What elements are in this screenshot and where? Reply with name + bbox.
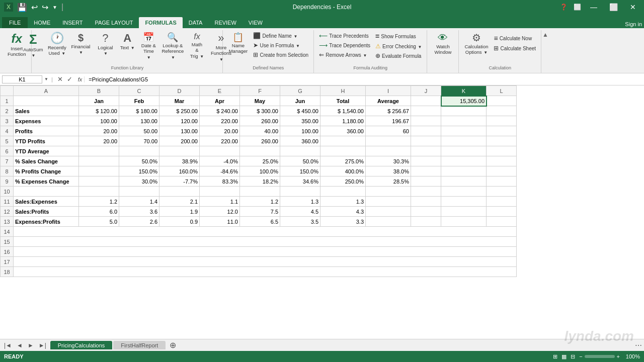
cell-D3[interactable]: 120.00 <box>159 116 200 126</box>
cell-I11[interactable] <box>366 197 411 207</box>
zoom-level[interactable]: 100% <box>622 353 640 359</box>
cell-D5[interactable]: 200.00 <box>159 136 200 146</box>
cell-K6[interactable] <box>441 146 487 156</box>
sign-in-link[interactable]: Sign in <box>625 21 642 27</box>
tab-review[interactable]: REVIEW <box>208 17 242 28</box>
row-header-5[interactable]: 5 <box>1 136 14 146</box>
cell-F12[interactable]: 7.5 <box>240 207 280 217</box>
col-header-A[interactable]: A <box>14 86 79 96</box>
text-button[interactable]: A Text ▼ <box>117 31 137 52</box>
cell-A16[interactable] <box>14 247 517 257</box>
cell-H13[interactable]: 3.3 <box>320 217 366 227</box>
cell-L4[interactable] <box>487 126 517 136</box>
sheet-options-button[interactable]: ⋯ <box>635 341 642 349</box>
remove-arrows-button[interactable]: ⇐ Remove Arrows ▼ <box>317 50 372 59</box>
math-trig-button[interactable]: fx Math &Trig ▼ <box>187 31 207 60</box>
cell-A3[interactable]: Expenses <box>14 116 79 126</box>
cell-A12[interactable]: Sales:Profits <box>14 207 79 217</box>
cell-C5[interactable]: 70.00 <box>119 136 159 146</box>
cell-H8[interactable]: 400.0% <box>320 166 366 176</box>
cell-L9[interactable] <box>487 176 517 187</box>
cell-B6[interactable] <box>79 146 119 156</box>
cell-I13[interactable] <box>366 217 411 227</box>
name-box-dropdown[interactable]: ▼ <box>44 77 48 81</box>
cell-L7[interactable] <box>487 156 517 166</box>
cell-A9[interactable]: % Expenses Change <box>14 176 79 187</box>
cell-G9[interactable]: 34.6% <box>280 176 320 187</box>
page-break-view-icon[interactable]: ⊟ <box>571 353 575 360</box>
cell-I12[interactable] <box>366 207 411 217</box>
cell-C10[interactable] <box>119 187 159 197</box>
cell-B12[interactable]: 6.0 <box>79 207 119 217</box>
autosum-button[interactable]: Σ AutoSum ▼ <box>20 31 46 60</box>
cell-C9[interactable]: 30.0% <box>119 176 159 187</box>
cell-E2[interactable]: $ 240.00 <box>200 106 240 116</box>
cell-D4[interactable]: 130.00 <box>159 126 200 136</box>
sheet-nav-next[interactable]: ► <box>26 341 36 350</box>
row-header-17[interactable]: 17 <box>1 257 14 267</box>
cell-L12[interactable] <box>487 207 517 217</box>
maximize-button[interactable]: ⬜ <box>605 2 622 12</box>
cell-I8[interactable]: 38.0% <box>366 166 411 176</box>
cell-K9[interactable] <box>441 176 487 187</box>
cell-G11[interactable]: 1.3 <box>280 197 320 207</box>
cell-K4[interactable] <box>441 126 487 136</box>
cell-A2[interactable]: Sales <box>14 106 79 116</box>
cell-G2[interactable]: $ 450.00 <box>280 106 320 116</box>
cell-L5[interactable] <box>487 136 517 146</box>
row-header-4[interactable]: 4 <box>1 126 14 136</box>
cell-J7[interactable] <box>411 156 441 166</box>
col-header-G[interactable]: G <box>280 86 320 96</box>
cell-C12[interactable]: 3.6 <box>119 207 159 217</box>
cell-A15[interactable] <box>14 237 517 247</box>
cell-J2[interactable] <box>411 106 441 116</box>
sheet-tab-pricing-calculations[interactable]: PricingCalculations <box>50 341 113 349</box>
cell-H4[interactable]: 360.00 <box>320 126 366 136</box>
cell-J4[interactable] <box>411 126 441 136</box>
financial-button[interactable]: $ Financial ▼ <box>68 31 93 57</box>
cell-D1[interactable]: Mar <box>159 96 200 106</box>
cell-B5[interactable]: 20.00 <box>79 136 119 146</box>
collapse-ribbon-button[interactable]: ▲ <box>541 30 549 73</box>
cell-L2[interactable] <box>487 106 517 116</box>
cell-F9[interactable]: 18.2% <box>240 176 280 187</box>
minimize-button[interactable]: — <box>586 2 601 12</box>
cell-E8[interactable]: -84.6% <box>200 166 240 176</box>
cell-E12[interactable]: 12.0 <box>200 207 240 217</box>
cell-B2[interactable]: $ 120.00 <box>79 106 119 116</box>
logical-button[interactable]: ? Logical ▼ <box>95 31 117 58</box>
cell-A7[interactable]: % Sales Change <box>14 156 79 166</box>
cell-J9[interactable] <box>411 176 441 187</box>
cell-H9[interactable]: 250.0% <box>320 176 366 187</box>
cell-C8[interactable]: 150.0% <box>119 166 159 176</box>
lookup-reference-button[interactable]: 🔍 Lookup &Reference ▼ <box>159 31 186 61</box>
cell-C6[interactable] <box>119 146 159 156</box>
cell-C13[interactable]: 2.6 <box>119 217 159 227</box>
cell-E5[interactable]: 220.00 <box>200 136 240 146</box>
cell-C2[interactable]: $ 180.00 <box>119 106 159 116</box>
cell-J12[interactable] <box>411 207 441 217</box>
cell-K2[interactable] <box>441 106 487 116</box>
cell-I10[interactable] <box>366 187 411 197</box>
cell-A14[interactable] <box>14 227 517 237</box>
cell-D13[interactable]: 0.9 <box>159 217 200 227</box>
cell-J10[interactable] <box>411 187 441 197</box>
col-header-E[interactable]: E <box>200 86 240 96</box>
help-icon[interactable]: ❓ <box>559 3 569 12</box>
cell-B4[interactable]: 20.00 <box>79 126 119 136</box>
cell-D8[interactable]: 160.0% <box>159 166 200 176</box>
cell-A13[interactable]: Expenses:Profits <box>14 217 79 227</box>
ribbon-display-icon[interactable]: ⬜ <box>573 3 582 12</box>
cell-H2[interactable]: $ 1,540.00 <box>320 106 366 116</box>
tab-view[interactable]: VIEW <box>243 17 269 28</box>
calculation-options-button[interactable]: ⚙ CalculationOptions ▼ <box>462 31 491 57</box>
cell-H3[interactable]: 1,180.00 <box>320 116 366 126</box>
show-formulas-button[interactable]: = Show Formulas <box>373 31 424 41</box>
cell-L11[interactable] <box>487 197 517 207</box>
cell-J5[interactable] <box>411 136 441 146</box>
cell-G1[interactable]: Jun <box>280 96 320 106</box>
cell-B3[interactable]: 100.00 <box>79 116 119 126</box>
cell-C4[interactable]: 50.00 <box>119 126 159 136</box>
col-header-C[interactable]: C <box>119 86 159 96</box>
cell-K7[interactable] <box>441 156 487 166</box>
